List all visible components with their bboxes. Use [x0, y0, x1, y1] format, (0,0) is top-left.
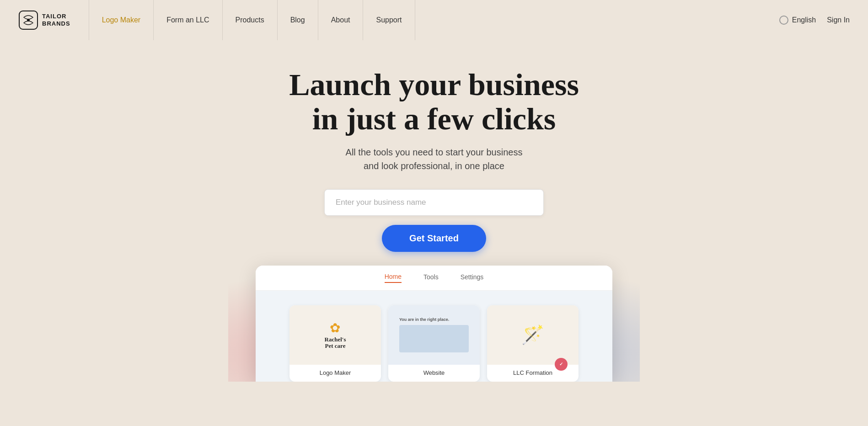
globe-icon [779, 16, 788, 25]
hero-section: Launch your business in just a few click… [0, 40, 868, 382]
nav-links: Logo Maker Form an LLC Products Blog Abo… [89, 0, 779, 40]
dashboard-card-logo[interactable]: ✿ Rachel'sPet care Logo Maker [289, 305, 381, 382]
website-card-image: You are in the right place. [388, 305, 480, 365]
language-label: English [792, 16, 816, 24]
nav-products[interactable]: Products [223, 0, 278, 40]
stamp-icon: 🪄 [521, 324, 544, 346]
website-headline: You are in the right place. [399, 317, 449, 323]
nav-about[interactable]: About [318, 0, 364, 40]
tailor-brands-icon [18, 10, 38, 30]
hero-title: Launch your business in just a few click… [289, 68, 579, 136]
brand-name: TAILOR BRANDS [42, 13, 70, 27]
sun-icon: ✿ [330, 320, 340, 335]
business-name-input[interactable] [324, 189, 544, 216]
svg-point-1 [27, 19, 30, 21]
navbar: TAILOR BRANDS Logo Maker Form an LLC Pro… [0, 0, 868, 40]
dashboard-tab-tools[interactable]: Tools [423, 273, 439, 282]
website-photo-placeholder [399, 325, 469, 352]
website-card-label: Website [388, 365, 480, 382]
language-selector[interactable]: English [779, 16, 816, 25]
nav-support[interactable]: Support [363, 0, 415, 40]
business-name-input-wrapper [324, 189, 544, 216]
nav-blog[interactable]: Blog [278, 0, 318, 40]
dashboard-card-website[interactable]: You are in the right place. Website [388, 305, 480, 382]
logo-card-label: Logo Maker [289, 365, 381, 382]
dashboard-content: ✿ Rachel'sPet care Logo Maker You are in… [256, 291, 612, 382]
llc-card-image: 🪄 ✓ [487, 305, 579, 365]
pet-care-text: Rachel'sPet care [325, 336, 346, 350]
pet-care-logo-mock: ✿ Rachel'sPet care [325, 320, 346, 350]
logo-card-image: ✿ Rachel'sPet care [289, 305, 381, 365]
nav-logo-maker[interactable]: Logo Maker [89, 0, 154, 40]
get-started-button[interactable]: Get Started [382, 225, 486, 252]
sign-in-button[interactable]: Sign In [827, 16, 850, 24]
nav-right: English Sign In [779, 16, 850, 25]
dashboard-card-llc[interactable]: 🪄 ✓ LLC Formation [487, 305, 579, 382]
dashboard-tab-home[interactable]: Home [385, 273, 402, 283]
brand-logo[interactable]: TAILOR BRANDS [18, 10, 70, 30]
website-card-content: You are in the right place. [394, 312, 474, 358]
dashboard-tab-settings[interactable]: Settings [461, 273, 484, 282]
dashboard-preview: Home Tools Settings ✿ Rachel'sPet care L… [256, 266, 612, 382]
llc-badge: ✓ [555, 358, 568, 371]
nav-form-llc[interactable]: Form an LLC [154, 0, 222, 40]
dashboard-topbar: Home Tools Settings [256, 266, 612, 291]
hero-subtitle: All the tools you need to start your bus… [346, 145, 523, 173]
